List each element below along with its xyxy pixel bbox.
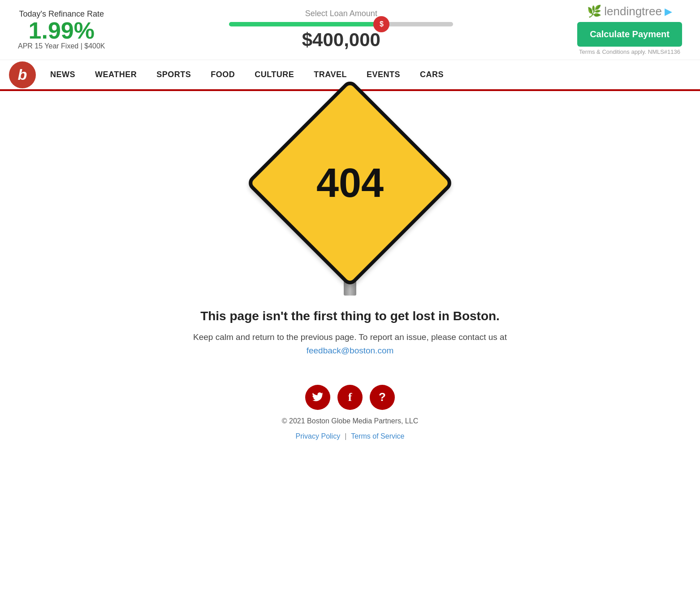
site-logo[interactable]: b [9, 61, 36, 88]
nav-item-food[interactable]: FOOD [201, 60, 245, 89]
error-subtext: Keep calm and return to the previous pag… [193, 331, 507, 358]
social-icons: f ? [305, 385, 395, 410]
play-icon: ▶ [665, 6, 672, 17]
feedback-email-link[interactable]: feedback@boston.com [307, 346, 394, 355]
slider-track[interactable]: $ [229, 22, 453, 26]
error-sign: 404 [246, 78, 455, 288]
privacy-policy-link[interactable]: Privacy Policy [296, 432, 341, 440]
ad-disclaimer: Terms & Conditions apply. NMLS#1136 [579, 48, 680, 55]
facebook-icon: f [348, 391, 352, 404]
nav-item-cars[interactable]: CARS [410, 60, 454, 89]
nav-item-news[interactable]: NEWS [40, 60, 85, 89]
nav-item-weather[interactable]: WEATHER [85, 60, 147, 89]
help-icon: ? [379, 390, 386, 404]
footer-divider: | [345, 432, 346, 440]
footer: f ? © 2021 Boston Globe Media Partners, … [282, 385, 418, 440]
twitter-icon [312, 392, 324, 402]
nav-item-events[interactable]: EVENTS [357, 60, 410, 89]
error-sign-container: 404 [276, 109, 424, 296]
nav-item-culture[interactable]: CULTURE [245, 60, 304, 89]
help-icon-button[interactable]: ? [370, 385, 395, 410]
error-code: 404 [316, 163, 384, 203]
error-subtext-text: Keep calm and return to the previous pag… [193, 332, 507, 342]
nav-items: NEWS WEATHER SPORTS FOOD CULTURE TRAVEL … [40, 60, 454, 89]
footer-links: Privacy Policy | Terms of Service [296, 432, 405, 440]
calculate-payment-button[interactable]: Calculate Payment [577, 22, 682, 47]
ad-rate-section: Today's Refinance Rate 1.99% APR 15 Year… [18, 9, 105, 50]
ad-loan-section: Select Loan Amount $ $400,000 [132, 9, 551, 51]
facebook-icon-button[interactable]: f [337, 385, 363, 410]
error-heading: This page isn't the first thing to get l… [200, 309, 500, 323]
main-content: 404 This page isn't the first thing to g… [0, 91, 700, 467]
ad-cta-section: 🌿 lendingtree ▶ Calculate Payment Terms … [577, 4, 682, 55]
twitter-icon-button[interactable] [305, 385, 330, 410]
rate-value: 1.99% [18, 19, 105, 42]
loan-amount: $400,000 [132, 29, 551, 51]
loan-label: Select Loan Amount [132, 9, 551, 18]
terms-of-service-link[interactable]: Terms of Service [351, 432, 404, 440]
lendingtree-logo: 🌿 lendingtree ▶ [587, 4, 672, 18]
logo-letter: b [18, 66, 27, 83]
ad-banner: Today's Refinance Rate 1.99% APR 15 Year… [0, 0, 700, 60]
rate-detail: APR 15 Year Fixed | $400K [18, 42, 105, 50]
nav-item-sports[interactable]: SPORTS [147, 60, 201, 89]
copyright-text: © 2021 Boston Globe Media Partners, LLC [282, 417, 418, 425]
loan-slider-container[interactable]: $ [229, 22, 453, 26]
leaf-icon: 🌿 [587, 4, 601, 18]
slider-thumb[interactable]: $ [373, 16, 389, 32]
error-sign-inner: 404 [316, 163, 384, 203]
